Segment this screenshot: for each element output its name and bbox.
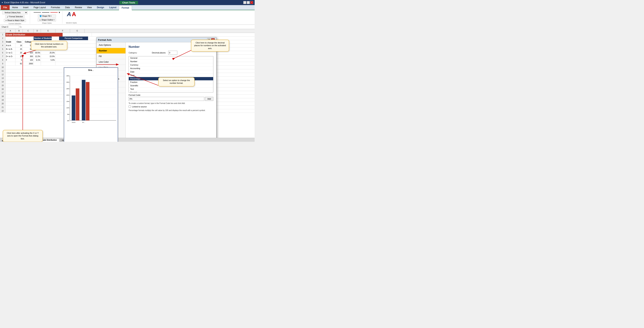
- add-format-button[interactable]: Add: [205, 97, 213, 101]
- format-selection-icon: 🖊: [7, 16, 9, 18]
- chart-container[interactable]: Gra... 35% 30% 25% 20% 15% 10% 5% 0%: [64, 67, 118, 142]
- ribbon-group-label-shape: Shape Styles: [42, 22, 52, 24]
- tab-insert[interactable]: Insert: [20, 5, 31, 10]
- category-accounting[interactable]: Accounting: [129, 67, 213, 70]
- svg-rect-19: [82, 80, 86, 120]
- window-controls: — ❐ ✕: [138, 1, 253, 4]
- decimal-places-input[interactable]: [168, 51, 177, 55]
- tab-format[interactable]: Format: [119, 5, 132, 10]
- close-button[interactable]: ✕: [250, 1, 253, 4]
- decimal-label: Decimal places:: [152, 52, 166, 54]
- tab-design[interactable]: Design: [94, 5, 107, 10]
- ribbon-group-shape-styles: ▾ 🪣 Shape Fill ▾ ▭ Shape Outline ▾ Shape…: [33, 11, 62, 24]
- tab-page-layout[interactable]: Page Layout: [31, 5, 48, 10]
- tab-review[interactable]: Review: [72, 5, 84, 10]
- format-code-label: Format Code:: [128, 94, 213, 96]
- col-a[interactable]: A: [6, 29, 16, 33]
- outline-icon: ▭: [39, 19, 41, 21]
- callout-select-option: Select an option to change the number fo…: [158, 77, 194, 86]
- chart-svg: 35% 30% 25% 20% 15% 10% 5% 0%: [65, 72, 116, 127]
- nav-fill[interactable]: Fill: [96, 54, 126, 59]
- category-general[interactable]: General: [129, 56, 213, 60]
- svg-text:20%: 20%: [66, 94, 69, 96]
- grade-dist-header[interactable]: Grade Distribution: [6, 33, 63, 36]
- tab-view[interactable]: View: [84, 5, 94, 10]
- nav-axis-options[interactable]: Axis Options: [96, 42, 126, 48]
- ribbon: Vertical (Value) Axis 🖊 Format Selection…: [0, 10, 254, 25]
- wordart-a-red[interactable]: A: [72, 11, 76, 18]
- svg-rect-20: [86, 82, 90, 120]
- fill-icon: 🪣: [40, 15, 42, 17]
- svg-text:15%: 15%: [66, 101, 69, 102]
- minimize-button[interactable]: —: [243, 1, 246, 4]
- category-date[interactable]: Date: [129, 70, 213, 74]
- ribbon-group-label-wordart: WordArt Styles: [66, 22, 77, 24]
- dialog-number-panel: Number Category: Decimal places: General…: [126, 42, 216, 142]
- svg-text:25%: 25%: [66, 88, 69, 90]
- category-currency[interactable]: Currency: [129, 63, 213, 67]
- maximize-button[interactable]: ❐: [247, 1, 250, 4]
- callout-decimal-places: Click here to change the decimal places …: [191, 40, 229, 52]
- tab-home[interactable]: Home: [10, 5, 20, 10]
- tab-formulas[interactable]: Formulas: [48, 5, 62, 10]
- ribbon-group-current-selection: Vertical (Value) Axis 🖊 Format Selection…: [2, 11, 30, 24]
- callout-format-axis-dialog: Click here after activating the X or Y a…: [3, 130, 43, 142]
- shape-outline-button[interactable]: ▭ Shape Outline ▾: [38, 18, 56, 21]
- col-b[interactable]: B: [16, 29, 23, 33]
- tab-data[interactable]: Data: [62, 5, 72, 10]
- col-f[interactable]: F: [56, 29, 70, 33]
- linked-to-source-checkbox[interactable]: [128, 105, 131, 108]
- format-selection-button[interactable]: 🖊 Format Selection: [5, 15, 25, 18]
- category-list: General Number Currency Accounting Date …: [128, 56, 213, 92]
- nav-number[interactable]: Number: [96, 48, 126, 54]
- col-d[interactable]: D: [34, 29, 41, 33]
- svg-text:35%: 35%: [66, 75, 69, 77]
- app-icon: ✦: [2, 1, 3, 4]
- chart-title: Gra...: [65, 69, 116, 71]
- col-g[interactable]: G: [70, 29, 84, 33]
- reset-style-button[interactable]: ↩ Reset to Match Style: [4, 19, 26, 22]
- category-number[interactable]: Number: [129, 60, 213, 63]
- dialog-title: Format Axis: [98, 38, 112, 41]
- col-e[interactable]: E: [41, 29, 56, 33]
- svg-text:5%: 5%: [67, 114, 70, 115]
- reset-icon: ↩: [6, 19, 7, 21]
- line-style-dropdown[interactable]: ▾: [59, 11, 60, 14]
- svg-text:10%: 10%: [66, 107, 69, 109]
- row-numbers: 1 2 3 4 5 6 7 8 9 10 11 12 13 14 15 16 1: [0, 33, 6, 113]
- col-c[interactable]: C: [23, 29, 34, 33]
- tab-file[interactable]: File: [1, 5, 10, 10]
- ribbon-tabs: File Home Insert Page Layout Formulas Da…: [0, 5, 254, 10]
- svg-rect-18: [76, 88, 79, 120]
- formula-input[interactable]: [22, 26, 254, 28]
- percentage-info: Percentage formats multiply the cell val…: [128, 109, 213, 112]
- axis-selector[interactable]: Vertical (Value) Axis: [2, 11, 28, 14]
- nav-line-color[interactable]: Line Color: [96, 59, 126, 65]
- ribbon-group-label-selection: Current Selection: [8, 23, 21, 24]
- chart-tools-badge: Chart Tools: [119, 1, 138, 4]
- category-text[interactable]: Text: [129, 87, 213, 91]
- shape-fill-button[interactable]: 🪣 Shape Fill ▾: [38, 14, 56, 18]
- category-label: Category:: [128, 52, 143, 54]
- tab-layout[interactable]: Layout: [107, 5, 119, 10]
- svg-text:A to A-: A to A-: [72, 122, 76, 123]
- svg-rect-17: [72, 95, 75, 120]
- svg-text:30%: 30%: [66, 81, 69, 83]
- formula-separator: fx: [20, 25, 22, 28]
- format-code-row: Add: [128, 97, 213, 101]
- table-row: Grade Distribution: [6, 33, 254, 36]
- category-special[interactable]: Special: [129, 91, 213, 92]
- linked-to-source-label: Linked to source: [132, 106, 147, 108]
- ribbon-group-wordart: A A WordArt Styles: [65, 11, 79, 24]
- wordart-a-blue[interactable]: A: [67, 11, 71, 18]
- title-bar: ✦ Excel Objective 4.00.xlsx - Microsoft …: [0, 0, 254, 5]
- column-headers: A B C D E F G: [0, 29, 254, 33]
- svg-text:B+...: B+...: [82, 122, 85, 123]
- format-code-input[interactable]: [128, 97, 204, 101]
- category-time[interactable]: Time: [129, 74, 213, 77]
- formula-bar: fx: [0, 25, 254, 29]
- linked-to-source-row: Linked to source: [128, 105, 213, 108]
- name-box[interactable]: [1, 25, 19, 29]
- format-note: To create a custom format, type in the F…: [128, 102, 213, 104]
- callout-format-numbers: Click here to format numbers on the acti…: [31, 41, 67, 50]
